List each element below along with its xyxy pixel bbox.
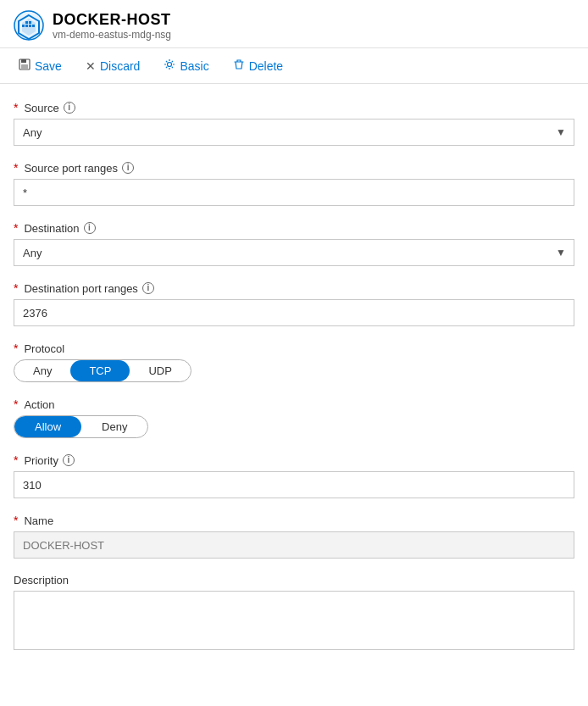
priority-input[interactable]: 310 — [14, 471, 574, 498]
destination-select-wrapper: Any ▼ — [14, 239, 574, 266]
source-port-info-icon: i — [122, 162, 134, 174]
source-group: * Source i Any ▼ — [14, 101, 574, 146]
priority-group: * Priority i 310 — [14, 453, 574, 498]
action-deny-button[interactable]: Deny — [81, 416, 147, 437]
action-label: * Action — [14, 397, 574, 411]
protocol-label: * Protocol — [14, 342, 574, 355]
page-title: DOCKER-HOST — [53, 11, 171, 29]
destination-label: * Destination i — [14, 221, 574, 235]
svg-rect-5 — [21, 64, 28, 69]
action-allow-button[interactable]: Allow — [14, 416, 81, 437]
description-group: Description — [14, 574, 574, 653]
action-label-text: Action — [24, 398, 54, 411]
save-button[interactable]: Save — [14, 55, 67, 76]
source-label: * Source i — [14, 101, 574, 114]
toolbar: Save ✕ Discard Basic Delete — [0, 48, 588, 84]
protocol-toggle-group: Any TCP UDP — [14, 359, 191, 382]
source-port-label: * Source port ranges i — [14, 161, 574, 175]
delete-label: Delete — [249, 59, 283, 73]
dest-port-label: * Destination port ranges i — [14, 281, 574, 295]
delete-icon — [233, 58, 245, 73]
description-input[interactable] — [14, 591, 574, 650]
action-required: * — [14, 397, 18, 411]
save-icon — [19, 58, 31, 73]
name-input[interactable] — [14, 531, 574, 559]
protocol-label-text: Protocol — [24, 342, 64, 355]
protocol-udp-button[interactable]: UDP — [130, 360, 190, 381]
source-port-required: * — [14, 161, 18, 175]
source-port-input[interactable]: * — [14, 179, 574, 206]
docker-host-icon — [14, 10, 44, 41]
svg-rect-4 — [21, 59, 26, 63]
source-port-group: * Source port ranges i * — [14, 161, 574, 206]
basic-label: Basic — [180, 59, 208, 73]
protocol-any-button[interactable]: Any — [14, 360, 70, 381]
dest-port-input[interactable]: 2376 — [14, 299, 574, 326]
discard-label: Discard — [100, 59, 140, 73]
source-label-text: Source — [24, 102, 58, 114]
name-label: * Name — [14, 514, 574, 527]
destination-info-icon: i — [84, 222, 96, 234]
dest-port-required: * — [14, 281, 18, 295]
basic-button[interactable]: Basic — [158, 55, 214, 76]
svg-point-6 — [168, 63, 172, 67]
source-required: * — [14, 101, 18, 114]
delete-button[interactable]: Delete — [228, 55, 288, 76]
destination-label-text: Destination — [24, 222, 79, 235]
protocol-tcp-button[interactable]: TCP — [70, 360, 130, 381]
priority-info-icon: i — [63, 454, 75, 466]
dest-port-label-text: Destination port ranges — [24, 282, 137, 295]
priority-required: * — [14, 453, 18, 467]
source-select[interactable]: Any — [14, 119, 574, 146]
source-port-label-text: Source port ranges — [24, 162, 118, 175]
name-group: * Name — [14, 514, 574, 559]
protocol-required: * — [14, 342, 18, 355]
basic-icon — [164, 58, 175, 73]
discard-icon: ✕ — [86, 59, 96, 73]
description-label-text: Description — [14, 574, 69, 586]
dest-port-group: * Destination port ranges i 2376 — [14, 281, 574, 326]
priority-label-text: Priority — [24, 454, 58, 467]
protocol-group: * Protocol Any TCP UDP — [14, 342, 574, 382]
save-label: Save — [35, 59, 62, 73]
page-header: DOCKER-HOST vm-demo-eastus-mdg-nsg — [0, 0, 588, 48]
priority-label: * Priority i — [14, 453, 574, 467]
source-info-icon: i — [64, 102, 75, 114]
action-group: * Action Allow Deny — [14, 397, 574, 438]
header-text-block: DOCKER-HOST vm-demo-eastus-mdg-nsg — [53, 11, 171, 41]
form-area: * Source i Any ▼ * Source port ranges i … — [0, 84, 588, 685]
source-select-wrapper: Any ▼ — [14, 119, 574, 146]
action-toggle-group: Allow Deny — [14, 415, 148, 438]
description-label: Description — [14, 574, 574, 586]
dest-port-info-icon: i — [142, 282, 154, 294]
page-subtitle: vm-demo-eastus-mdg-nsg — [53, 29, 171, 41]
name-label-text: Name — [24, 514, 53, 527]
discard-button[interactable]: ✕ Discard — [80, 56, 145, 76]
destination-select[interactable]: Any — [14, 239, 574, 266]
destination-group: * Destination i Any ▼ — [14, 221, 574, 266]
destination-required: * — [14, 221, 18, 235]
name-required: * — [14, 514, 18, 527]
